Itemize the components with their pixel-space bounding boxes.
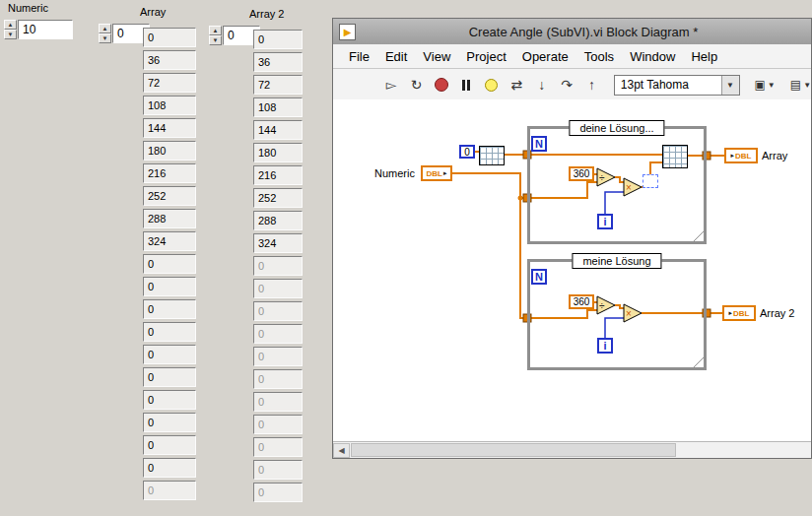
- chevron-down-icon: ▼: [803, 81, 811, 90]
- array2-index-spinner[interactable]: ▲ ▼: [209, 26, 222, 45]
- array2-terminal[interactable]: ▸DBL: [722, 305, 756, 321]
- array-cell[interactable]: 324: [253, 233, 303, 253]
- array-cell[interactable]: 0: [253, 256, 303, 276]
- array-cell[interactable]: 108: [253, 97, 303, 117]
- titlebar[interactable]: ▶ Create Angle (SubVI).vi Block Diagram …: [333, 19, 811, 44]
- array-cell[interactable]: 0: [143, 254, 196, 274]
- font-selector[interactable]: 13pt Tahoma ▼: [614, 75, 740, 96]
- constant-360[interactable]: 360: [569, 166, 594, 181]
- array-cell[interactable]: 0: [253, 460, 303, 480]
- loop1-count-terminal[interactable]: N: [531, 136, 547, 152]
- decrement-icon[interactable]: ▼: [209, 35, 222, 45]
- array-cell[interactable]: 216: [253, 165, 303, 185]
- array-cell[interactable]: 72: [143, 73, 196, 93]
- menu-operate[interactable]: Operate: [514, 49, 576, 64]
- step-out-button[interactable]: ↑: [582, 74, 600, 96]
- increment-icon[interactable]: ▲: [99, 24, 111, 33]
- font-selector-value: 13pt Tahoma: [621, 78, 689, 92]
- array-cell[interactable]: 144: [143, 118, 196, 138]
- array-cell[interactable]: 0: [253, 347, 303, 366]
- array-cell[interactable]: 108: [143, 96, 196, 115]
- menu-file[interactable]: File: [341, 49, 377, 64]
- highlight-execution-button[interactable]: [483, 74, 501, 96]
- array-cell[interactable]: 0: [253, 324, 303, 344]
- array1-terminal[interactable]: ▸DBL: [724, 148, 758, 163]
- loop2-count-terminal[interactable]: N: [531, 269, 547, 285]
- array-cell[interactable]: 180: [253, 143, 303, 162]
- loop2-iteration-terminal[interactable]: i: [597, 338, 613, 354]
- increment-icon[interactable]: ▲: [209, 26, 222, 35]
- numeric-input[interactable]: 10: [18, 20, 73, 39]
- menu-help[interactable]: Help: [683, 49, 725, 64]
- array-cell[interactable]: 0: [253, 415, 303, 434]
- array-cell[interactable]: 0: [143, 299, 196, 319]
- array-cell[interactable]: 252: [253, 188, 303, 208]
- run-continuous-button[interactable]: ↻: [407, 74, 425, 96]
- array-cell[interactable]: 324: [143, 231, 196, 251]
- menu-view[interactable]: View: [415, 49, 458, 64]
- menubar: FileEditViewProjectOperateToolsWindowHel…: [333, 44, 811, 69]
- numeric-spinner[interactable]: ▲ ▼: [4, 20, 17, 39]
- distribute-objects-button[interactable]: ▤▼: [790, 78, 811, 92]
- loop2-title[interactable]: meine Lösung: [572, 253, 661, 269]
- step-into-button[interactable]: ↓: [533, 74, 551, 96]
- run-button[interactable]: ▻: [382, 74, 400, 96]
- array-cell[interactable]: 0: [143, 481, 196, 500]
- decrement-icon[interactable]: ▼: [99, 33, 111, 43]
- array-cell[interactable]: 0: [253, 392, 303, 412]
- array-cell[interactable]: 288: [143, 209, 196, 228]
- diagram-canvas[interactable]: ÷ × ÷ × Numeric DBL▸ 0 deine Lösung... N…: [333, 99, 811, 441]
- array-cell[interactable]: 288: [253, 211, 303, 230]
- scrollbar-thumb[interactable]: [351, 443, 676, 457]
- array-cell[interactable]: 216: [143, 163, 196, 183]
- array-cell[interactable]: 0: [253, 483, 303, 502]
- array-cell[interactable]: 0: [253, 369, 303, 389]
- array-cell[interactable]: 36: [143, 50, 196, 70]
- array-cell[interactable]: 72: [253, 75, 303, 95]
- for-loop-1[interactable]: deine Lösung...: [527, 126, 707, 244]
- replace-array-subset-icon[interactable]: [662, 145, 688, 168]
- abort-button[interactable]: [433, 74, 450, 96]
- step-over-button[interactable]: ↷: [558, 74, 575, 96]
- array-cell[interactable]: 0: [253, 30, 303, 49]
- numeric-terminal[interactable]: DBL▸: [421, 165, 452, 181]
- array-cell[interactable]: 0: [143, 413, 196, 432]
- menu-tools[interactable]: Tools: [576, 49, 622, 64]
- loop1-iteration-terminal[interactable]: i: [597, 214, 613, 229]
- zero-constant[interactable]: 0: [459, 145, 475, 159]
- distribute-objects-icon: ▤: [790, 78, 801, 92]
- align-objects-button[interactable]: ▣▼: [755, 78, 776, 92]
- pause-button[interactable]: [457, 74, 475, 96]
- input-arrow-icon: ▸: [729, 309, 733, 317]
- menu-window[interactable]: Window: [622, 49, 683, 64]
- array-cell[interactable]: 36: [253, 52, 303, 72]
- decrement-icon[interactable]: ▼: [4, 30, 17, 39]
- loop1-title[interactable]: deine Lösung...: [569, 120, 664, 136]
- for-loop-2[interactable]: meine Lösung: [527, 259, 707, 370]
- array-cell[interactable]: 0: [253, 279, 303, 298]
- chevron-down-icon[interactable]: ▼: [721, 76, 739, 95]
- array-cell[interactable]: 144: [253, 120, 303, 140]
- array-cell[interactable]: 0: [143, 458, 196, 478]
- initialize-array-icon[interactable]: [479, 146, 505, 165]
- array-cell[interactable]: 0: [143, 277, 196, 296]
- constant-360[interactable]: 360: [569, 294, 594, 309]
- menu-project[interactable]: Project: [458, 49, 513, 64]
- array-cell[interactable]: 0: [143, 322, 196, 342]
- array-cell[interactable]: 252: [143, 186, 196, 206]
- array-cell[interactable]: 0: [143, 345, 196, 364]
- increment-icon[interactable]: ▲: [4, 20, 17, 30]
- retain-wire-values-button[interactable]: ⇄: [508, 74, 525, 96]
- array-cell[interactable]: 0: [143, 28, 196, 47]
- horizontal-scrollbar[interactable]: ◀: [333, 441, 811, 458]
- array-cell[interactable]: 0: [143, 367, 196, 387]
- array-cell[interactable]: 0: [143, 390, 196, 410]
- menu-edit[interactable]: Edit: [377, 49, 415, 64]
- array-cell[interactable]: 180: [143, 141, 196, 161]
- scroll-left-icon[interactable]: ◀: [333, 443, 350, 458]
- array-cell[interactable]: 0: [253, 437, 303, 457]
- array-cell[interactable]: 0: [143, 435, 196, 455]
- array1-index-spinner[interactable]: ▲ ▼: [99, 24, 111, 43]
- array-cell[interactable]: 0: [253, 301, 303, 321]
- output-arrow-icon: ▸: [443, 169, 447, 177]
